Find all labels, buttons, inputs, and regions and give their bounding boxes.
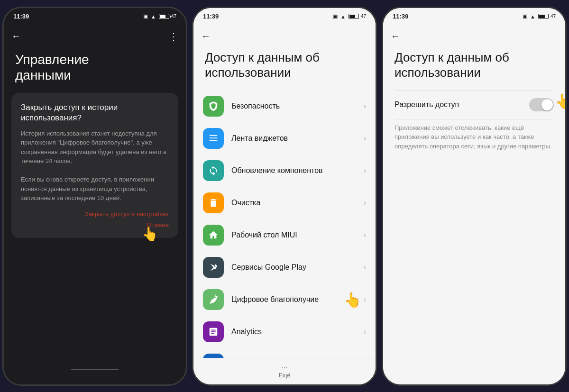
toggle-label: Разрешить доступ [395,100,459,109]
screen-3: ← Доступ к данным об использовании Разре… [383,25,565,384]
app-name-rabochiy: Рабочий стол MIUI [231,231,364,239]
battery-pct-2: 47 [361,14,366,19]
signal-icon-2: ▣ [333,13,338,19]
chevron-analytics: › [364,328,366,336]
dialog-body-2: Если вы снова откроете доступ, в приложе… [21,176,154,201]
app-item-cifrovoe[interactable]: Цифровое благополучие › 👆 [193,283,376,316]
app-icon-device-health [203,354,224,358]
dialog-actions: Закрыть доступ в настройках 👆 Отмена [21,210,169,228]
signal-icon-3: ▣ [523,13,527,19]
app-item-obnovlenie[interactable]: Обновление компонентов › [193,155,376,187]
nav-bar-3: ← [383,25,565,48]
wifi-icon-2: ▲ [340,14,346,19]
app-icon-analytics [203,321,224,342]
phone-frame-1: 11:39 ▣ ▲ 47 ← ⋮ Управлениеданными Закры… [2,7,187,386]
app-item-bezopasnost[interactable]: Безопасность › [193,90,376,122]
phone-frame-2: 11:39 ▣ ▲ 47 ← Доступ к данным об исполь… [192,7,377,386]
status-icons-2: ▣ ▲ 47 [333,13,366,19]
wifi-icon-3: ▲ [530,14,535,19]
app-icon-ochistka [203,192,224,213]
status-time-1: 11:39 [13,13,29,20]
dialog-body-1: История использования станет недоступна … [21,130,166,165]
toggle-row: Разрешить доступ 👆 [383,91,565,119]
back-button-1[interactable]: ← [11,31,21,42]
dialog-card: Закрыть доступ к истории использования? … [11,93,178,238]
close-access-link[interactable]: Закрыть доступ в настройках [85,210,169,218]
status-bar-1: 11:39 ▣ ▲ 47 [4,8,186,25]
battery-icon-3: 47 [538,14,556,19]
page-title-2: Доступ к данным об использовании [193,48,376,90]
battery-icon-1: 47 [159,14,176,19]
wifi-icon-1: ▲ [151,14,156,19]
more-menu-1[interactable]: ⋮ [169,31,178,42]
status-bar-2: 11:39 ▣ ▲ 47 [193,8,376,25]
screen-2: ← Доступ к данным об использовании Безоп… [193,25,376,384]
dialog-body: История использования станет недоступна … [21,129,169,203]
app-item-rabochiy[interactable]: Рабочий стол MIUI › [193,219,376,251]
status-time-2: 11:39 [203,13,219,20]
app-item-device-health[interactable]: Device Health Services › [193,348,376,358]
app-name-ochistka: Очистка [231,199,364,207]
app-item-google-play[interactable]: Сервисы Google Play › [193,251,376,283]
app-name-lenta: Лента виджетов [231,134,364,143]
app-icon-google-play [203,257,224,278]
toggle-area: 👆 [529,98,554,111]
more-icon: ··· [281,364,287,372]
back-button-3[interactable]: ← [391,31,400,42]
chevron-bezopasnost: › [364,102,366,110]
chevron-ochistka: › [364,199,366,207]
bottom-bar: ··· Ещё [193,358,376,384]
status-time-3: 11:39 [393,13,408,20]
more-label: Ещё [279,372,291,379]
app-icon-rabochiy [203,225,224,246]
app-name-analytics: Analytics [231,328,364,336]
app-name-obnovlenie: Обновление компонентов [231,166,364,175]
app-list: Безопасность › Лента виджетов › Обновлен… [193,90,376,358]
battery-pct-3: 47 [551,14,556,19]
screen-1: ← ⋮ Управлениеданными Закрыть доступ к и… [4,25,186,384]
nav-bar-1: ← ⋮ [4,25,186,48]
nav-bar-2: ← [193,25,376,48]
app-item-ochistka[interactable]: Очистка › [193,187,376,219]
more-button[interactable]: ··· Ещё [279,364,291,379]
toggle-switch[interactable] [529,98,554,111]
chevron-cifrovoe: › [364,295,366,304]
app-name-bezopasnost: Безопасность [231,102,364,110]
chevron-lenta: › [364,134,366,143]
app-icon-bezopasnost [203,96,224,117]
app-item-lenta[interactable]: Лента виджетов › [193,122,376,155]
chevron-obnovlenie: › [364,166,366,175]
status-icons-1: ▣ ▲ 47 [143,13,176,19]
chevron-google-play: › [364,263,366,272]
battery-pct-1: 47 [171,14,176,19]
toggle-knob [541,99,553,110]
status-icons-3: ▣ ▲ 47 [523,13,556,19]
page-title-3: Доступ к данным об использовании [383,48,565,90]
app-icon-cifrovoe [203,289,224,310]
chevron-rabochiy: › [364,231,366,239]
signal-icon-1: ▣ [143,13,148,19]
status-bar-3: 11:39 ▣ ▲ 47 [383,8,565,25]
app-name-google-play: Сервисы Google Play [231,263,364,272]
page-title-1: Управлениеданными [4,48,186,93]
back-button-2[interactable]: ← [201,31,211,42]
app-item-analytics[interactable]: Analytics › [193,316,376,348]
app-icon-obnovlenie [203,160,224,181]
app-icon-lenta [203,128,224,149]
battery-icon-2: 47 [349,14,366,19]
description-text: Приложение сможет отслеживать, какие ещё… [383,119,565,159]
phone-frame-3: 11:39 ▣ ▲ 47 ← Доступ к данным об исполь… [382,7,567,386]
dialog-title: Закрыть доступ к истории использования? [21,102,169,123]
